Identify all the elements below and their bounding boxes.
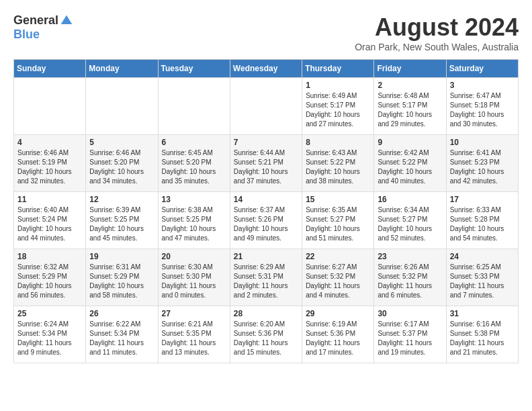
day-number: 4	[17, 138, 82, 147]
header-tuesday: Tuesday	[158, 60, 230, 78]
calendar-cell: 9Sunrise: 6:42 AMSunset: 5:22 PMDaylight…	[374, 135, 446, 192]
day-info: Sunrise: 6:25 AMSunset: 5:33 PMDaylight:…	[450, 263, 515, 300]
calendar-cell: 18Sunrise: 6:32 AMSunset: 5:29 PMDayligh…	[14, 249, 86, 306]
day-number: 13	[162, 195, 226, 204]
logo-blue: Blue	[13, 28, 40, 42]
location-subtitle: Oran Park, New South Wales, Australia	[355, 42, 519, 52]
calendar-cell: 7Sunrise: 6:44 AMSunset: 5:21 PMDaylight…	[230, 135, 302, 192]
day-number: 23	[378, 252, 442, 261]
calendar-cell: 4Sunrise: 6:46 AMSunset: 5:19 PMDaylight…	[14, 135, 86, 192]
day-number: 7	[234, 138, 298, 147]
day-info: Sunrise: 6:42 AMSunset: 5:22 PMDaylight:…	[378, 148, 442, 186]
day-info: Sunrise: 6:27 AMSunset: 5:32 PMDaylight:…	[306, 263, 370, 300]
day-number: 21	[234, 252, 298, 261]
day-info: Sunrise: 6:44 AMSunset: 5:21 PMDaylight:…	[234, 148, 298, 186]
day-number: 17	[450, 195, 515, 204]
day-info: Sunrise: 6:41 AMSunset: 5:23 PMDaylight:…	[450, 148, 515, 186]
day-info: Sunrise: 6:43 AMSunset: 5:22 PMDaylight:…	[306, 148, 370, 186]
header-wednesday: Wednesday	[230, 60, 302, 78]
day-number: 15	[306, 195, 370, 204]
day-number: 20	[162, 252, 226, 261]
day-info: Sunrise: 6:39 AMSunset: 5:25 PMDaylight:…	[89, 205, 154, 243]
day-info: Sunrise: 6:35 AMSunset: 5:27 PMDaylight:…	[306, 205, 370, 243]
calendar-table: SundayMondayTuesdayWednesdayThursdayFrid…	[13, 59, 519, 363]
header-saturday: Saturday	[446, 60, 518, 78]
logo-icon	[60, 14, 73, 28]
day-info: Sunrise: 6:46 AMSunset: 5:19 PMDaylight:…	[17, 148, 82, 186]
calendar-cell: 5Sunrise: 6:46 AMSunset: 5:20 PMDaylight…	[86, 135, 158, 192]
calendar-cell: 27Sunrise: 6:21 AMSunset: 5:35 PMDayligh…	[158, 306, 230, 363]
day-info: Sunrise: 6:22 AMSunset: 5:34 PMDaylight:…	[89, 320, 154, 357]
day-info: Sunrise: 6:45 AMSunset: 5:20 PMDaylight:…	[162, 148, 226, 186]
calendar-cell: 1Sunrise: 6:49 AMSunset: 5:17 PMDaylight…	[302, 78, 374, 135]
day-info: Sunrise: 6:20 AMSunset: 5:36 PMDaylight:…	[234, 320, 298, 357]
header-sunday: Sunday	[14, 60, 86, 78]
day-info: Sunrise: 6:16 AMSunset: 5:38 PMDaylight:…	[450, 320, 515, 357]
day-info: Sunrise: 6:29 AMSunset: 5:31 PMDaylight:…	[234, 263, 298, 300]
day-info: Sunrise: 6:49 AMSunset: 5:17 PMDaylight:…	[306, 91, 370, 129]
day-number: 10	[450, 138, 515, 147]
day-number: 16	[378, 195, 442, 204]
calendar-week-row: 18Sunrise: 6:32 AMSunset: 5:29 PMDayligh…	[14, 249, 519, 306]
day-number: 24	[450, 252, 515, 261]
day-info: Sunrise: 6:38 AMSunset: 5:25 PMDaylight:…	[162, 205, 226, 243]
day-info: Sunrise: 6:30 AMSunset: 5:30 PMDaylight:…	[162, 263, 226, 300]
day-info: Sunrise: 6:21 AMSunset: 5:35 PMDaylight:…	[162, 320, 226, 357]
day-info: Sunrise: 6:31 AMSunset: 5:29 PMDaylight:…	[89, 263, 154, 300]
calendar-cell: 15Sunrise: 6:35 AMSunset: 5:27 PMDayligh…	[302, 192, 374, 249]
calendar-cell	[14, 78, 86, 135]
day-number: 12	[89, 195, 154, 204]
calendar-cell: 23Sunrise: 6:26 AMSunset: 5:32 PMDayligh…	[374, 249, 446, 306]
day-info: Sunrise: 6:17 AMSunset: 5:37 PMDaylight:…	[378, 320, 442, 357]
day-number: 1	[306, 81, 370, 90]
calendar-cell: 13Sunrise: 6:38 AMSunset: 5:25 PMDayligh…	[158, 192, 230, 249]
calendar-cell: 14Sunrise: 6:37 AMSunset: 5:26 PMDayligh…	[230, 192, 302, 249]
day-info: Sunrise: 6:19 AMSunset: 5:36 PMDaylight:…	[306, 320, 370, 357]
calendar-cell: 17Sunrise: 6:33 AMSunset: 5:28 PMDayligh…	[446, 192, 518, 249]
day-info: Sunrise: 6:34 AMSunset: 5:27 PMDaylight:…	[378, 205, 442, 243]
day-number: 8	[306, 138, 370, 147]
day-info: Sunrise: 6:47 AMSunset: 5:18 PMDaylight:…	[450, 91, 515, 129]
calendar-cell: 6Sunrise: 6:45 AMSunset: 5:20 PMDaylight…	[158, 135, 230, 192]
calendar-cell: 25Sunrise: 6:24 AMSunset: 5:34 PMDayligh…	[14, 306, 86, 363]
day-number: 27	[162, 309, 226, 318]
calendar-week-row: 11Sunrise: 6:40 AMSunset: 5:24 PMDayligh…	[14, 192, 519, 249]
calendar-cell: 10Sunrise: 6:41 AMSunset: 5:23 PMDayligh…	[446, 135, 518, 192]
day-info: Sunrise: 6:48 AMSunset: 5:17 PMDaylight:…	[378, 91, 442, 129]
day-number: 29	[306, 309, 370, 318]
logo-general: General	[13, 13, 58, 28]
calendar-week-row: 4Sunrise: 6:46 AMSunset: 5:19 PMDaylight…	[14, 135, 519, 192]
calendar-week-row: 1Sunrise: 6:49 AMSunset: 5:17 PMDaylight…	[14, 78, 519, 135]
calendar-cell: 2Sunrise: 6:48 AMSunset: 5:17 PMDaylight…	[374, 78, 446, 135]
day-number: 5	[89, 138, 154, 147]
day-number: 14	[234, 195, 298, 204]
day-number: 9	[378, 138, 442, 147]
calendar-cell: 22Sunrise: 6:27 AMSunset: 5:32 PMDayligh…	[302, 249, 374, 306]
calendar-cell: 24Sunrise: 6:25 AMSunset: 5:33 PMDayligh…	[446, 249, 518, 306]
header-thursday: Thursday	[302, 60, 374, 78]
day-number: 6	[162, 138, 226, 147]
calendar-cell: 28Sunrise: 6:20 AMSunset: 5:36 PMDayligh…	[230, 306, 302, 363]
day-number: 26	[89, 309, 154, 318]
calendar-cell	[158, 78, 230, 135]
calendar-header-row: SundayMondayTuesdayWednesdayThursdayFrid…	[14, 60, 519, 78]
calendar-week-row: 25Sunrise: 6:24 AMSunset: 5:34 PMDayligh…	[14, 306, 519, 363]
calendar-cell: 20Sunrise: 6:30 AMSunset: 5:30 PMDayligh…	[158, 249, 230, 306]
day-number: 2	[378, 81, 442, 90]
calendar-cell	[86, 78, 158, 135]
day-number: 25	[17, 309, 82, 318]
day-info: Sunrise: 6:24 AMSunset: 5:34 PMDaylight:…	[17, 320, 82, 357]
calendar-cell: 19Sunrise: 6:31 AMSunset: 5:29 PMDayligh…	[86, 249, 158, 306]
calendar-cell: 3Sunrise: 6:47 AMSunset: 5:18 PMDaylight…	[446, 78, 518, 135]
calendar-cell: 8Sunrise: 6:43 AMSunset: 5:22 PMDaylight…	[302, 135, 374, 192]
day-info: Sunrise: 6:33 AMSunset: 5:28 PMDaylight:…	[450, 205, 515, 243]
day-info: Sunrise: 6:46 AMSunset: 5:20 PMDaylight:…	[89, 148, 154, 186]
logo: General Blue	[13, 13, 73, 42]
day-number: 18	[17, 252, 82, 261]
calendar-cell: 16Sunrise: 6:34 AMSunset: 5:27 PMDayligh…	[374, 192, 446, 249]
day-info: Sunrise: 6:37 AMSunset: 5:26 PMDaylight:…	[234, 205, 298, 243]
calendar-cell: 26Sunrise: 6:22 AMSunset: 5:34 PMDayligh…	[86, 306, 158, 363]
calendar-cell: 12Sunrise: 6:39 AMSunset: 5:25 PMDayligh…	[86, 192, 158, 249]
page-header: General Blue August 2024 Oran Park, New …	[13, 13, 519, 52]
calendar-cell: 29Sunrise: 6:19 AMSunset: 5:36 PMDayligh…	[302, 306, 374, 363]
